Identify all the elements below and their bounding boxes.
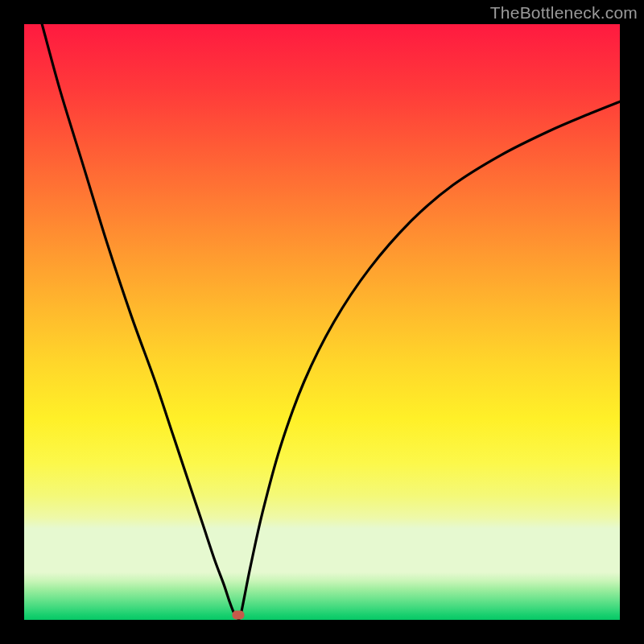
watermark-text: TheBottleneck.com (490, 3, 638, 23)
chart-frame: TheBottleneck.com (0, 0, 644, 644)
optimal-marker (233, 611, 245, 620)
curve-path (42, 24, 620, 619)
plot-area (24, 24, 620, 620)
bottleneck-curve (24, 24, 620, 620)
